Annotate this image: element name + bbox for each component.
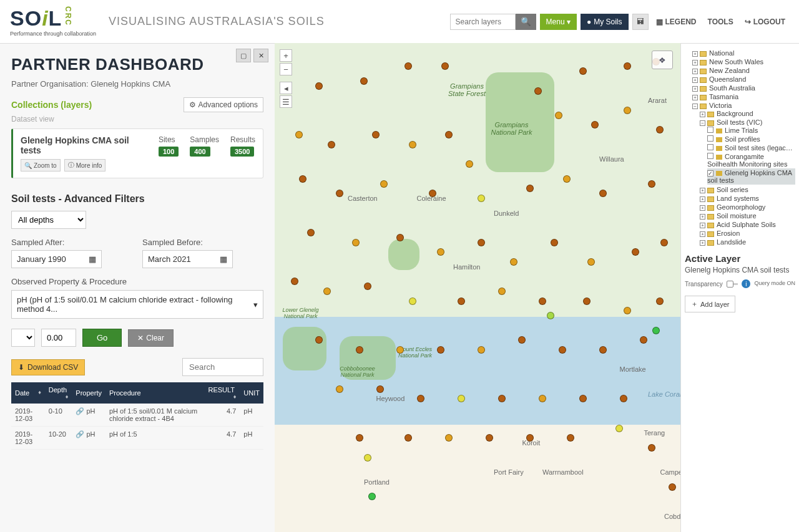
app-header: SOiLCRC Performance through collaboratio… [0,0,799,43]
tree-node-national[interactable]: +National [692,49,795,57]
layer-tree-panel: +National +New South Wales +New Zealand … [680,43,799,532]
gear-icon: ⚙ [189,100,196,109]
procedure-link[interactable]: pH of 1:5 soil/0.01 M calcium chloride e… [105,404,205,427]
tree-node-soiltests[interactable]: −Soil tests (VIC) Lime Trials Soil profi… [700,118,795,185]
download-icon: ⬇ [18,363,24,372]
tree-node-nsw[interactable]: +New South Wales [692,57,795,66]
col-unit[interactable]: UNIT [240,382,263,404]
dataset-view-label: Dataset view [11,115,263,123]
menu-button[interactable]: Menu ▾ [540,14,577,30]
monitor-icon: ▢ [240,52,247,59]
logout-icon: ↪ [745,17,751,26]
col-result[interactable]: RESULT♦ [204,382,240,404]
col-procedure[interactable]: Procedure [105,382,205,404]
tools-link[interactable]: TOOLS [704,17,737,26]
sampled-before-input[interactable]: March 2021▦ [142,250,233,268]
query-mode-label: Query mode ON [754,281,795,287]
property-link[interactable]: 🔗 pH [72,427,105,450]
observed-property-select[interactable]: pH (pH of 1:5 soil/0.01 M calcium chlori… [11,290,263,319]
filters-title: Soil tests - Advanced Filters [11,193,263,205]
procedure-link[interactable]: pH of 1:5 [105,427,205,450]
mysoils-button[interactable]: ●My Soils [581,14,629,30]
table-row[interactable]: 2019-12-03 10-20 🔗 pH pH of 1:5 4.7 pH [11,427,263,450]
col-property[interactable]: Property [72,382,105,404]
sort-icon: ♦ [233,394,237,400]
plus-icon: ＋ [691,299,698,309]
transparency-label: Transparency [685,281,723,288]
tree-node-vic[interactable]: −Victoria +Background −Soil tests (VIC) … [692,101,795,247]
tree-leaf-corangamite[interactable]: Corangamite Soilhealth Monitoring sites [707,152,795,168]
sampled-after-label: Sampled After: [11,238,132,247]
add-layer-button[interactable]: ＋Add layer [685,296,735,312]
search-input[interactable] [450,14,516,30]
list-icon: ▦ [656,17,663,26]
legend-link[interactable]: ▦LEGEND [652,17,700,26]
zoom-to-button[interactable]: 🔍Zoom to [21,159,61,172]
org-line: Partner Organisation: Glenelg Hopkins CM… [11,79,263,89]
tree-node-landslide[interactable]: +Landslide [700,238,795,246]
tree-leaf-lime[interactable]: Lime Trials [707,126,795,135]
zoom-out-button[interactable]: − [280,63,292,75]
more-info-button[interactable]: ⓘMore info [64,159,106,172]
map-label: Hamilton [453,263,480,271]
panel-expand-button[interactable]: ▢ [236,49,251,62]
map-label: Terang [644,429,665,437]
map-label: Heywood [376,395,405,402]
threshold-input[interactable] [41,329,76,347]
map-label: Dunkeld [494,210,519,217]
tree-node-erosion[interactable]: +Erosion [700,229,795,238]
table-row[interactable]: 2019-12-03 0-10 🔗 pH pH of 1:5 soil/0.01… [11,404,263,427]
collections-heading: Collections (layers) [11,100,92,110]
tree-node-qld[interactable]: +Queensland [692,75,795,84]
transparency-slider[interactable] [727,283,738,285]
col-depth[interactable]: Depth♦ [45,382,72,404]
calendar-icon: ▦ [89,254,96,264]
tree-node-geomorph[interactable]: +Geomorphology [700,203,795,211]
search-button[interactable]: 🔍 [516,14,536,30]
zoom-in-button[interactable]: + [280,49,292,62]
chevron-down-icon: ▾ [253,300,258,309]
layer-list-button[interactable]: ☰ [280,95,292,108]
operator-select[interactable]: > [11,329,35,347]
search-box: 🔍 [450,14,536,30]
tree-node-background[interactable]: +Background [700,109,795,118]
calendar-icon: ▦ [220,254,227,264]
map-canvas[interactable]: Casterton Coleraine Dunkeld Ararat Hamil… [275,43,680,532]
tree-node-soilmoisture[interactable]: +Soil moisture [700,211,795,220]
tree-node-landsystems[interactable]: +Land systems [700,194,795,203]
tree-leaf-legacy[interactable]: Soil test sites (legacy viewer) [707,143,795,152]
close-icon: ✕ [137,334,144,342]
info-icon[interactable]: i [742,279,750,288]
tree-leaf-ghcma[interactable]: ✓Glenelg Hopkins CMA soil tests [707,168,795,185]
collapse-sidebar-button[interactable]: ◂ [280,82,292,94]
property-link[interactable]: 🔗 pH [72,404,105,427]
save-button[interactable]: 🖬 [632,14,649,30]
tree-leaf-profiles[interactable]: Soil profiles [707,135,795,143]
table-search-input[interactable] [182,358,263,376]
basemap-toggle[interactable]: ❖ [652,51,673,69]
panel-close-button[interactable]: ✕ [253,49,268,62]
tree-node-acidsulphate[interactable]: +Acid Sulphate Soils [700,220,795,229]
info-icon: ⓘ [68,161,74,170]
close-icon: ✕ [258,52,264,59]
tree-node-sa[interactable]: +South Australia [692,84,795,92]
download-csv-button[interactable]: ⬇Download CSV [11,359,85,375]
tree-node-soilseries[interactable]: +Soil series [700,185,795,194]
go-button[interactable]: Go [82,329,122,347]
map-label: Ararat [648,97,667,104]
logout-link[interactable]: ↪LOGOUT [741,17,789,26]
map-panel: Casterton Coleraine Dunkeld Ararat Hamil… [275,43,680,532]
sort-icon: ♦ [38,389,41,395]
advanced-options-button[interactable]: ⚙Advanced options [184,97,263,112]
depth-select[interactable]: All depths [11,211,86,229]
dataset-card: Glenelg Hopkins CMA soil tests 🔍Zoom to … [11,128,263,178]
col-date[interactable]: Date♦ [11,382,45,404]
link-icon: 🔗 [76,407,84,415]
tree-node-nz[interactable]: +New Zealand [692,66,795,75]
map-label: Portland [364,478,390,486]
sampled-after-input[interactable]: January 1990▦ [11,250,102,268]
map-label: Lower Glenelg National Park [279,307,323,319]
tree-node-tas[interactable]: +Tasmania [692,92,795,101]
results-badge: 3500 [230,147,254,157]
clear-button[interactable]: ✕Clear [128,329,174,347]
